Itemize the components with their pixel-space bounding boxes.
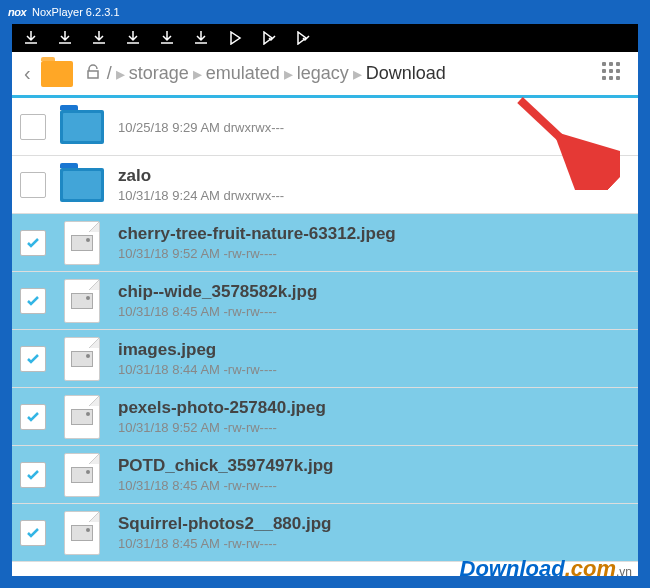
file-row[interactable]: images.jpeg10/31/18 8:44 AM -rw-rw----: [12, 330, 638, 388]
breadcrumb-segment[interactable]: Download: [366, 63, 446, 84]
file-name: chip--wide_3578582k.jpg: [118, 282, 317, 302]
file-row[interactable]: chip--wide_3578582k.jpg10/31/18 8:45 AM …: [12, 272, 638, 330]
file-meta: cherry-tree-fruit-nature-63312.jpeg10/31…: [118, 224, 396, 261]
play-icon[interactable]: [226, 29, 244, 47]
download-icon[interactable]: [22, 29, 40, 47]
file-details: 10/31/18 8:44 AM -rw-rw----: [118, 362, 277, 377]
chevron-right-icon: ▸: [116, 63, 125, 85]
download-icon[interactable]: [124, 29, 142, 47]
file-details: 10/31/18 8:45 AM -rw-rw----: [118, 536, 332, 551]
file-row[interactable]: cherry-tree-fruit-nature-63312.jpeg10/31…: [12, 214, 638, 272]
checkbox[interactable]: [20, 520, 46, 546]
file-details: 10/31/18 8:45 AM -rw-rw----: [118, 304, 317, 319]
file-details: 10/25/18 9:29 AM drwxrwx---: [118, 120, 284, 135]
download-icon[interactable]: [90, 29, 108, 47]
play-check-icon[interactable]: [260, 29, 278, 47]
file-meta: images.jpeg10/31/18 8:44 AM -rw-rw----: [118, 340, 277, 377]
checkbox[interactable]: [20, 346, 46, 372]
file-name: Squirrel-photos2__880.jpg: [118, 514, 332, 534]
file-manager: ‹ / ▸ storage ▸ emulated ▸ legacy ▸ Down…: [12, 52, 638, 576]
file-row[interactable]: 10/25/18 9:29 AM drwxrwx---: [12, 98, 638, 156]
breadcrumb-path: / ▸ storage ▸ emulated ▸ legacy ▸ Downlo…: [107, 63, 602, 85]
nox-logo: nox: [8, 6, 26, 18]
file-name: zalo: [118, 166, 284, 186]
breadcrumb-segment[interactable]: storage: [129, 63, 189, 84]
file-row[interactable]: POTD_chick_3597497k.jpg10/31/18 8:45 AM …: [12, 446, 638, 504]
image-file-icon: [60, 337, 104, 381]
file-meta: zalo10/31/18 9:24 AM drwxrwx---: [118, 166, 284, 203]
system-toolbar: [12, 24, 638, 52]
breadcrumb-segment[interactable]: emulated: [206, 63, 280, 84]
chevron-right-icon: ▸: [284, 63, 293, 85]
checkbox[interactable]: [20, 114, 46, 140]
chevron-right-icon: ▸: [193, 63, 202, 85]
file-name: images.jpeg: [118, 340, 277, 360]
checkbox[interactable]: [20, 404, 46, 430]
breadcrumb-root[interactable]: /: [107, 63, 112, 84]
checkbox[interactable]: [20, 288, 46, 314]
file-row[interactable]: pexels-photo-257840.jpeg10/31/18 9:52 AM…: [12, 388, 638, 446]
file-details: 10/31/18 8:45 AM -rw-rw----: [118, 478, 333, 493]
folder-icon: [60, 105, 104, 149]
file-meta: chip--wide_3578582k.jpg10/31/18 8:45 AM …: [118, 282, 317, 319]
download-icon[interactable]: [56, 29, 74, 47]
play-check-icon[interactable]: [294, 29, 312, 47]
back-button[interactable]: ‹: [20, 62, 35, 85]
file-list[interactable]: 10/25/18 9:29 AM drwxrwx---zalo10/31/18 …: [12, 98, 638, 576]
image-file-icon: [60, 221, 104, 265]
file-meta: Squirrel-photos2__880.jpg10/31/18 8:45 A…: [118, 514, 332, 551]
file-name: POTD_chick_3597497k.jpg: [118, 456, 333, 476]
file-meta: pexels-photo-257840.jpeg10/31/18 9:52 AM…: [118, 398, 326, 435]
folder-icon[interactable]: [41, 61, 73, 87]
unlock-icon[interactable]: [85, 64, 101, 84]
menu-grid-icon[interactable]: [602, 62, 626, 86]
download-icon[interactable]: [192, 29, 210, 47]
image-file-icon: [60, 395, 104, 439]
breadcrumb-segment[interactable]: legacy: [297, 63, 349, 84]
checkbox[interactable]: [20, 230, 46, 256]
folder-icon: [60, 163, 104, 207]
download-icon[interactable]: [158, 29, 176, 47]
image-file-icon: [60, 511, 104, 555]
file-row[interactable]: zalo10/31/18 9:24 AM drwxrwx---: [12, 156, 638, 214]
window-titlebar: nox NoxPlayer 6.2.3.1: [0, 0, 650, 24]
chevron-right-icon: ▸: [353, 63, 362, 85]
checkbox[interactable]: [20, 462, 46, 488]
image-file-icon: [60, 453, 104, 497]
file-name: cherry-tree-fruit-nature-63312.jpeg: [118, 224, 396, 244]
file-details: 10/31/18 9:24 AM drwxrwx---: [118, 188, 284, 203]
checkbox[interactable]: [20, 172, 46, 198]
file-details: 10/31/18 9:52 AM -rw-rw----: [118, 246, 396, 261]
file-meta: 10/25/18 9:29 AM drwxrwx---: [118, 118, 284, 135]
file-row[interactable]: Squirrel-photos2__880.jpg10/31/18 8:45 A…: [12, 504, 638, 562]
window-title: NoxPlayer 6.2.3.1: [32, 6, 119, 18]
file-name: pexels-photo-257840.jpeg: [118, 398, 326, 418]
image-file-icon: [60, 279, 104, 323]
breadcrumb: ‹ / ▸ storage ▸ emulated ▸ legacy ▸ Down…: [12, 52, 638, 98]
file-details: 10/31/18 9:52 AM -rw-rw----: [118, 420, 326, 435]
file-meta: POTD_chick_3597497k.jpg10/31/18 8:45 AM …: [118, 456, 333, 493]
